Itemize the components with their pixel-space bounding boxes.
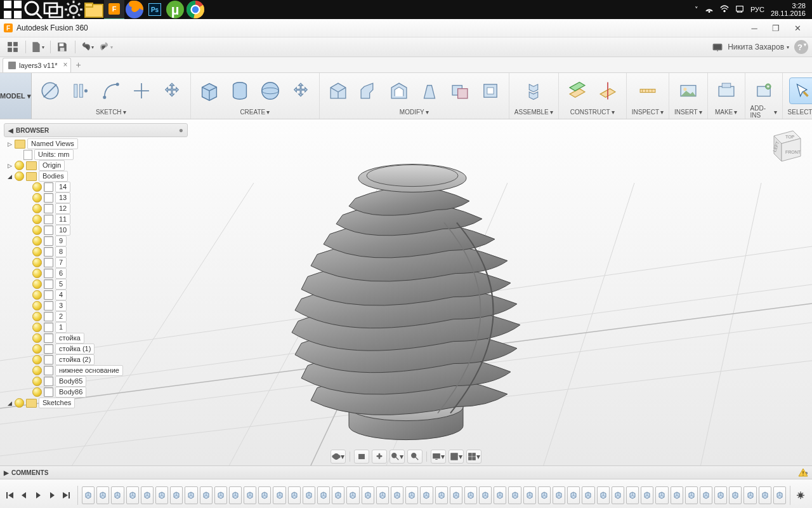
visibility-bulb-icon[interactable] bbox=[32, 366, 42, 375]
tree-row[interactable]: Body85 bbox=[4, 376, 188, 387]
visibility-bulb-icon[interactable] bbox=[32, 333, 42, 343]
tray-language[interactable]: РУС bbox=[750, 6, 764, 13]
assemble-button[interactable] bbox=[520, 77, 547, 104]
timeline-feature[interactable] bbox=[597, 486, 610, 504]
tree-row[interactable]: 4 bbox=[4, 290, 188, 300]
sketch-arc-button[interactable] bbox=[98, 77, 124, 104]
start-button[interactable] bbox=[3, 0, 23, 19]
modify-chamfer-button[interactable] bbox=[355, 77, 382, 104]
tree-row[interactable]: 7 bbox=[4, 257, 188, 268]
expand-icon[interactable]: ▷ bbox=[6, 163, 13, 169]
tree-row[interactable]: стойка (2) bbox=[4, 354, 188, 365]
viewport[interactable]: TOP LEFT FRONT ◀ BROWSER ● ▷Named ViewsU… bbox=[0, 119, 812, 479]
timeline-feature[interactable] bbox=[96, 486, 109, 504]
search-icon[interactable] bbox=[23, 0, 43, 19]
timeline-feature[interactable] bbox=[405, 486, 418, 504]
timeline-feature[interactable] bbox=[185, 486, 197, 504]
visibility-bulb-icon[interactable] bbox=[32, 193, 42, 203]
notifications-icon[interactable] bbox=[709, 39, 726, 55]
tree-row[interactable]: Units: mm bbox=[4, 149, 188, 160]
model-3d[interactable] bbox=[241, 128, 571, 458]
timeline-feature[interactable] bbox=[641, 486, 653, 504]
tree-row[interactable]: стойка (1) bbox=[4, 344, 188, 354]
timeline-feature[interactable] bbox=[567, 486, 580, 504]
new-tab-button[interactable]: + bbox=[74, 60, 84, 70]
timeline-feature[interactable] bbox=[229, 486, 242, 504]
timeline-feature[interactable] bbox=[523, 486, 536, 504]
timeline-feature[interactable] bbox=[612, 486, 624, 504]
visibility-bulb-icon[interactable] bbox=[32, 236, 42, 246]
timeline-end-button[interactable] bbox=[60, 489, 72, 502]
timeline-feature[interactable] bbox=[655, 486, 668, 504]
timeline-feature[interactable] bbox=[155, 486, 168, 504]
timeline-next-button[interactable] bbox=[46, 489, 58, 502]
timeline-feature[interactable] bbox=[714, 486, 727, 504]
tree-row[interactable]: стойка bbox=[4, 333, 188, 344]
tray-notification-icon[interactable] bbox=[735, 4, 744, 15]
construct-axis-button[interactable] bbox=[594, 77, 621, 104]
timeline-feature[interactable] bbox=[244, 486, 256, 504]
expand-icon[interactable]: ◢ bbox=[6, 173, 13, 180]
tree-row[interactable]: 5 bbox=[4, 279, 188, 290]
visibility-bulb-icon[interactable] bbox=[32, 377, 42, 386]
timeline-feature[interactable] bbox=[391, 486, 403, 504]
sketch-line-button[interactable] bbox=[67, 77, 94, 104]
select-button[interactable] bbox=[789, 77, 812, 104]
create-move-button[interactable] bbox=[287, 77, 314, 104]
timeline-feature[interactable] bbox=[494, 486, 506, 504]
visibility-bulb-icon[interactable] bbox=[15, 398, 24, 408]
browser-header[interactable]: ◀ BROWSER ● bbox=[4, 123, 188, 137]
tree-row[interactable]: ▷Origin bbox=[4, 160, 188, 171]
timeline-feature[interactable] bbox=[82, 486, 95, 504]
tree-row[interactable]: ◢Sketches bbox=[4, 398, 188, 408]
undo-button[interactable]: ▾ bbox=[78, 39, 96, 55]
timeline-feature[interactable] bbox=[671, 486, 683, 504]
help-button[interactable]: ?▾ bbox=[794, 40, 808, 54]
tree-row[interactable]: 2 bbox=[4, 311, 188, 322]
display-settings-button[interactable]: ▾ bbox=[431, 450, 446, 464]
tray-clock[interactable]: 3:28 28.11.2016 bbox=[771, 2, 809, 17]
tree-row[interactable]: 3 bbox=[4, 300, 188, 311]
tree-row[interactable]: 8 bbox=[4, 246, 188, 257]
fusion-task-icon[interactable]: F bbox=[104, 0, 124, 20]
timeline-feature[interactable] bbox=[200, 486, 213, 504]
timeline-feature[interactable] bbox=[332, 486, 344, 504]
timeline-feature[interactable] bbox=[288, 486, 301, 504]
timeline-feature[interactable] bbox=[626, 486, 639, 504]
timeline-feature[interactable] bbox=[170, 486, 183, 504]
visibility-bulb-icon[interactable] bbox=[32, 258, 42, 267]
tree-row[interactable]: 11 bbox=[4, 214, 188, 225]
tree-row[interactable]: 12 bbox=[4, 203, 188, 214]
file-menu-button[interactable]: ▾ bbox=[29, 39, 46, 55]
workspace-mode-button[interactable]: MODEL ▾ bbox=[0, 73, 32, 119]
utorrent-icon[interactable]: µ bbox=[165, 0, 185, 19]
visibility-bulb-icon[interactable] bbox=[32, 312, 42, 321]
tab-close-icon[interactable]: × bbox=[63, 60, 68, 69]
addins-button[interactable] bbox=[750, 77, 777, 104]
maximize-button[interactable]: ❐ bbox=[765, 21, 787, 35]
viewport-layout-button[interactable]: ▾ bbox=[466, 450, 481, 464]
modify-fillet-button[interactable] bbox=[325, 77, 351, 104]
timeline-feature[interactable] bbox=[700, 486, 712, 504]
firefox-icon[interactable] bbox=[124, 0, 145, 19]
timeline-feature[interactable] bbox=[141, 486, 154, 504]
visibility-bulb-icon[interactable] bbox=[32, 204, 42, 213]
close-button[interactable]: ✕ bbox=[787, 21, 808, 35]
orbit-button[interactable]: ▾ bbox=[331, 450, 346, 464]
construct-plane-button[interactable] bbox=[564, 77, 591, 104]
visibility-bulb-icon[interactable] bbox=[32, 279, 42, 289]
pan-button[interactable] bbox=[372, 450, 387, 464]
data-panel-button[interactable] bbox=[4, 39, 22, 55]
timeline-feature[interactable] bbox=[773, 486, 786, 504]
timeline-feature[interactable] bbox=[553, 486, 565, 504]
visibility-bulb-icon[interactable] bbox=[32, 182, 42, 192]
visibility-bulb-icon[interactable] bbox=[32, 225, 42, 235]
timeline-feature[interactable] bbox=[126, 486, 139, 504]
visibility-bulb-icon[interactable] bbox=[32, 215, 42, 224]
view-cube[interactable]: TOP LEFT FRONT bbox=[761, 124, 806, 169]
comments-bar[interactable]: ▶ COMMENTS ● bbox=[0, 465, 812, 479]
sketch-create-button[interactable] bbox=[37, 77, 63, 104]
modify-align-button[interactable] bbox=[477, 77, 504, 104]
tree-row[interactable]: ▷Named Views bbox=[4, 138, 188, 149]
visibility-bulb-icon[interactable] bbox=[32, 355, 42, 364]
